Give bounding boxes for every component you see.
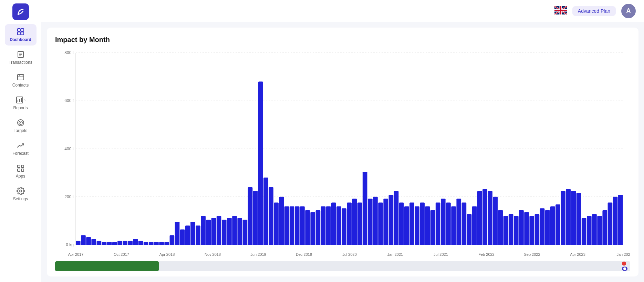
toggle-red-dot[interactable] xyxy=(622,262,626,266)
svg-rect-3 xyxy=(21,29,24,31)
chart-container: Impact by Month xyxy=(47,28,638,276)
toggle-blue[interactable] xyxy=(622,267,627,271)
sidebar-item-targets[interactable]: Targets xyxy=(5,115,37,137)
sidebar-item-reports[interactable]: › Reports xyxy=(5,92,37,114)
sidebar-item-dashboard[interactable]: Dashboard xyxy=(5,24,37,46)
sidebar-item-settings[interactable]: Settings xyxy=(5,183,37,205)
toggle-blue-dot xyxy=(623,268,626,270)
header: Advanced Plan A xyxy=(41,0,644,22)
svg-rect-22 xyxy=(21,165,24,168)
sidebar-item-label: Settings xyxy=(13,197,28,201)
svg-point-1 xyxy=(17,13,19,15)
svg-rect-21 xyxy=(18,165,20,168)
main-content: Advanced Plan A Impact by Month xyxy=(41,0,644,282)
sidebar-item-label: Apps xyxy=(16,174,25,179)
chart-title: Impact by Month xyxy=(55,36,630,44)
svg-rect-0 xyxy=(16,7,25,17)
svg-rect-5 xyxy=(21,32,24,35)
svg-rect-10 xyxy=(18,74,24,80)
scrollbar-toggles xyxy=(622,262,627,271)
sidebar-item-contacts[interactable]: Contacts xyxy=(5,70,37,91)
chart-area xyxy=(55,49,630,259)
avatar[interactable]: A xyxy=(621,4,636,18)
language-flag[interactable] xyxy=(554,6,567,16)
svg-rect-24 xyxy=(21,169,24,171)
svg-rect-2 xyxy=(18,29,20,31)
chart-scrollbar[interactable] xyxy=(55,261,630,271)
chevron-right-icon: › xyxy=(24,98,25,102)
sidebar-item-transactions[interactable]: Transactions xyxy=(5,47,37,68)
sidebar-item-label: Forecast xyxy=(12,151,29,156)
sidebar: Dashboard Transactions Contacts › xyxy=(0,0,41,282)
bar-chart xyxy=(55,49,630,259)
svg-point-25 xyxy=(20,190,22,192)
sidebar-item-label: Reports xyxy=(13,105,28,110)
sidebar-item-label: Dashboard xyxy=(10,37,31,42)
svg-rect-4 xyxy=(18,32,20,35)
scrollbar-thumb[interactable] xyxy=(55,261,159,271)
sidebar-item-forecast[interactable]: Forecast xyxy=(5,138,37,159)
sidebar-item-label: Contacts xyxy=(12,83,29,88)
sidebar-item-apps[interactable]: Apps xyxy=(5,161,37,182)
sidebar-item-label: Targets xyxy=(14,128,27,133)
svg-rect-23 xyxy=(18,169,20,171)
app-logo[interactable] xyxy=(12,3,29,20)
plan-badge[interactable]: Advanced Plan xyxy=(572,6,616,16)
svg-point-20 xyxy=(20,122,21,123)
sidebar-item-label: Transactions xyxy=(9,60,32,65)
